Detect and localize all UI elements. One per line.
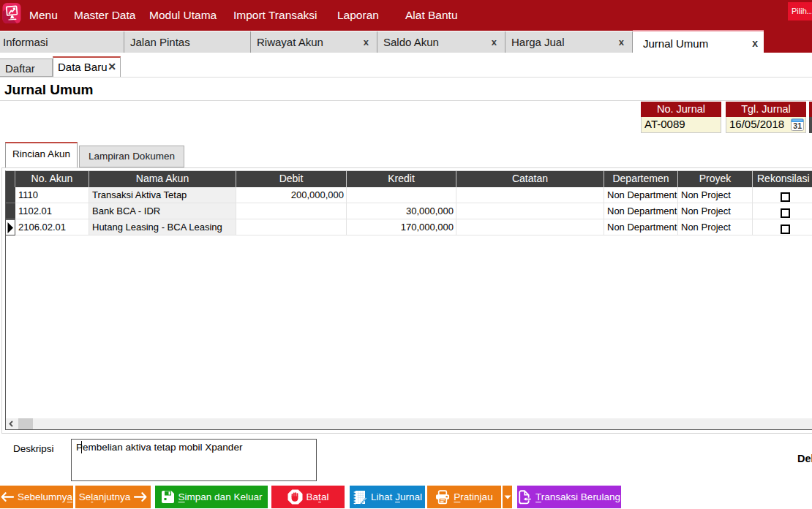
svg-text:31: 31 <box>793 121 802 130</box>
